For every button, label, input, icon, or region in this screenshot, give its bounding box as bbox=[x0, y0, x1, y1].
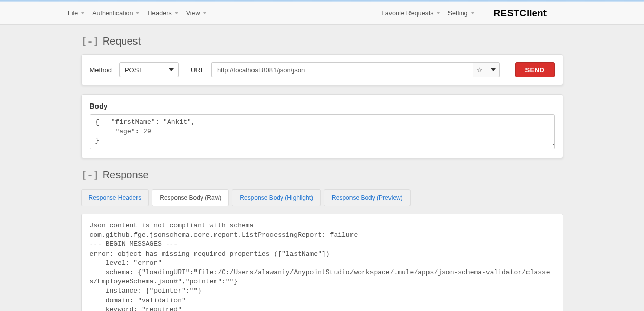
menu-right: Favorite Requests Setting bbox=[377, 2, 478, 25]
menu-favorite-requests[interactable]: Favorite Requests bbox=[377, 2, 443, 25]
menu-headers[interactable]: Headers bbox=[143, 2, 182, 25]
request-section-header: [-] Request bbox=[81, 35, 563, 47]
body-panel: Body bbox=[81, 94, 563, 158]
response-section-header: [-] Response bbox=[81, 169, 563, 181]
response-body-panel: Json content is not compliant with schem… bbox=[81, 214, 563, 311]
menu-left: File Authentication Headers View bbox=[64, 2, 210, 25]
menu-label: Favorite Requests bbox=[381, 10, 433, 17]
body-textarea[interactable] bbox=[90, 114, 555, 149]
menu-bar: File Authentication Headers View Favorit… bbox=[0, 2, 644, 25]
menu-label: View bbox=[186, 10, 200, 17]
chevron-down-icon bbox=[203, 12, 206, 14]
method-select[interactable]: POST bbox=[119, 62, 179, 77]
url-input[interactable] bbox=[211, 62, 473, 77]
collapse-toggle-response[interactable]: [-] bbox=[81, 169, 100, 181]
chevron-down-icon bbox=[81, 12, 84, 14]
response-tabs: Response Headers Response Body (Raw) Res… bbox=[81, 189, 563, 206]
chevron-down-icon bbox=[136, 12, 139, 14]
chevron-down-icon bbox=[175, 12, 178, 14]
chevron-down-icon bbox=[169, 68, 174, 71]
tab-response-body-raw[interactable]: Response Body (Raw) bbox=[152, 189, 229, 206]
send-button[interactable]: SEND bbox=[515, 62, 554, 77]
response-body-content: Json content is not compliant with schem… bbox=[90, 221, 555, 311]
tab-response-body-highlight[interactable]: Response Body (Highlight) bbox=[232, 189, 321, 206]
body-label: Body bbox=[90, 102, 555, 110]
request-panel: Method POST URL ☆ SEND bbox=[81, 54, 563, 85]
brand-logo: RESTClient bbox=[478, 8, 644, 19]
chevron-down-icon bbox=[437, 12, 440, 14]
menu-file[interactable]: File bbox=[64, 2, 88, 25]
menu-label: Authentication bbox=[92, 10, 133, 17]
url-label: URL bbox=[191, 66, 204, 74]
menu-view[interactable]: View bbox=[182, 2, 210, 25]
collapse-toggle-request[interactable]: [-] bbox=[81, 35, 100, 47]
request-title: Request bbox=[103, 35, 141, 47]
menu-label: File bbox=[68, 10, 78, 17]
menu-label: Headers bbox=[147, 10, 171, 17]
star-icon: ☆ bbox=[477, 66, 483, 74]
response-title: Response bbox=[103, 169, 149, 181]
tab-response-headers[interactable]: Response Headers bbox=[81, 189, 149, 206]
favorite-button[interactable]: ☆ bbox=[473, 62, 486, 77]
chevron-down-icon bbox=[491, 68, 496, 71]
method-value: POST bbox=[125, 66, 143, 74]
method-label: Method bbox=[90, 66, 112, 74]
menu-authentication[interactable]: Authentication bbox=[88, 2, 143, 25]
menu-label: Setting bbox=[448, 10, 468, 17]
chevron-down-icon bbox=[471, 12, 474, 14]
history-dropdown-button[interactable] bbox=[486, 62, 500, 77]
tab-response-body-preview[interactable]: Response Body (Preview) bbox=[324, 189, 411, 206]
menu-setting[interactable]: Setting bbox=[444, 2, 478, 25]
